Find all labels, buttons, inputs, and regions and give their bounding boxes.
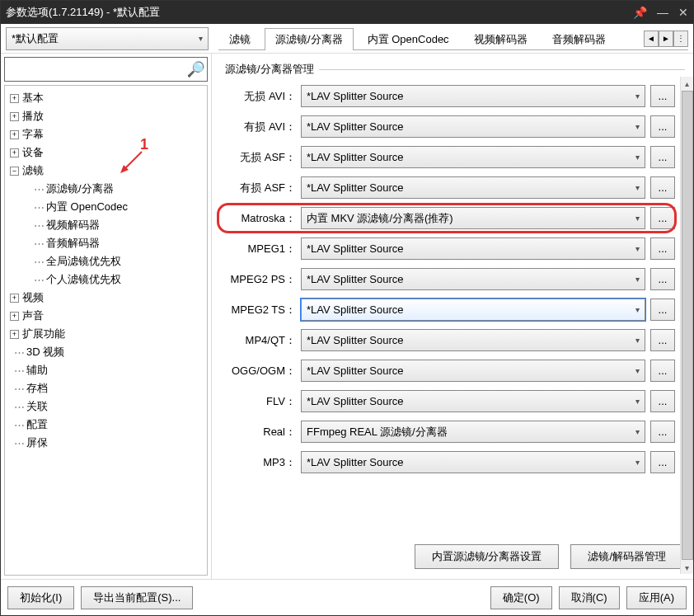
tree-item-19[interactable]: ⋯屏保 bbox=[7, 434, 205, 452]
tree-item-6[interactable]: ⋯内置 OpenCodec bbox=[26, 198, 205, 216]
window-root: 参数选项(1.7.21149) - *默认配置 📌 — ✕ *默认配置 ▾ 滤镜… bbox=[0, 0, 694, 616]
filter-more-button-12[interactable]: ... bbox=[650, 451, 675, 473]
filter-more-button-11[interactable]: ... bbox=[650, 421, 675, 443]
filter-select-3[interactable]: *LAV Splitter Source▾ bbox=[301, 176, 645, 199]
tree-item-11[interactable]: +视频 bbox=[7, 289, 205, 307]
tree-item-label: 视频 bbox=[22, 290, 44, 305]
tree-item-label: 全局滤镜优先权 bbox=[46, 254, 121, 269]
category-tree[interactable]: +基本+播放+字幕+设备−滤镜⋯源滤镜/分离器⋯内置 OpenCodec⋯视频解… bbox=[4, 85, 208, 576]
filter-row-8: MP4/QT：*LAV Splitter Source▾... bbox=[218, 329, 675, 351]
filter-select-6[interactable]: *LAV Splitter Source▾ bbox=[301, 268, 645, 290]
filter-row-label: 无损 ASF： bbox=[218, 150, 301, 165]
scroll-up-icon[interactable]: ▴ bbox=[682, 77, 693, 90]
filter-more-button-3[interactable]: ... bbox=[650, 176, 675, 199]
config-profile-select[interactable]: *默认配置 ▾ bbox=[6, 27, 209, 50]
filter-more-button-5[interactable]: ... bbox=[650, 237, 675, 260]
filter-more-button-0[interactable]: ... bbox=[650, 85, 675, 107]
filter-select-value: *LAV Splitter Source bbox=[307, 273, 404, 285]
expand-icon[interactable]: + bbox=[10, 94, 19, 103]
ok-button[interactable]: 确定(O) bbox=[490, 586, 552, 609]
panel-sub-button-0[interactable]: 内置源滤镜/分离器设置 bbox=[415, 544, 560, 569]
tree-item-15[interactable]: ⋯辅助 bbox=[7, 361, 205, 379]
init-button[interactable]: 初始化(I) bbox=[7, 586, 74, 609]
tab-1[interactable]: 源滤镜/分离器 bbox=[265, 28, 354, 50]
panel-sub-button-1[interactable]: 滤镜/解码器管理 bbox=[570, 544, 683, 569]
filter-select-1[interactable]: *LAV Splitter Source▾ bbox=[301, 115, 645, 138]
search-input[interactable] bbox=[7, 58, 187, 81]
filter-select-4[interactable]: 内置 MKV 源滤镜/分离器(推荐)▾ bbox=[301, 207, 645, 229]
filter-row-label: Matroska： bbox=[218, 211, 301, 226]
panel-sub-buttons: 内置源滤镜/分离器设置滤镜/解码器管理 bbox=[212, 536, 693, 579]
tree-item-label: 配置 bbox=[26, 417, 48, 432]
pin-icon[interactable]: 📌 bbox=[633, 6, 647, 19]
filter-more-button-8[interactable]: ... bbox=[650, 329, 675, 351]
filter-select-12[interactable]: *LAV Splitter Source▾ bbox=[301, 451, 645, 473]
tree-item-12[interactable]: +声音 bbox=[7, 307, 205, 325]
tree-item-label: 声音 bbox=[22, 308, 44, 323]
tree-item-16[interactable]: ⋯存档 bbox=[7, 379, 205, 397]
tree-item-13[interactable]: +扩展功能 bbox=[7, 325, 205, 343]
collapse-icon[interactable]: − bbox=[10, 167, 19, 176]
tab-scroll-right[interactable]: ► bbox=[659, 31, 673, 47]
tree-item-label: 源滤镜/分离器 bbox=[46, 181, 114, 196]
tree-item-5[interactable]: ⋯源滤镜/分离器 bbox=[26, 180, 205, 198]
minimize-icon[interactable]: — bbox=[657, 6, 668, 19]
window-title: 参数选项(1.7.21149) - *默认配置 bbox=[6, 5, 160, 20]
filter-more-button-4[interactable]: ... bbox=[650, 207, 675, 229]
tree-item-label: 个人滤镜优先权 bbox=[46, 272, 121, 287]
tab-3[interactable]: 视频解码器 bbox=[463, 28, 538, 50]
tree-item-8[interactable]: ⋯音频解码器 bbox=[26, 234, 205, 252]
tree-item-3[interactable]: +设备 bbox=[7, 143, 205, 162]
tab-scroll-left[interactable]: ◄ bbox=[644, 31, 659, 47]
expand-icon[interactable]: + bbox=[10, 294, 19, 303]
filter-select-10[interactable]: *LAV Splitter Source▾ bbox=[301, 390, 645, 412]
filter-select-9[interactable]: *LAV Splitter Source▾ bbox=[301, 360, 645, 382]
cancel-button[interactable]: 取消(C) bbox=[559, 586, 620, 609]
tab-4[interactable]: 音频解码器 bbox=[542, 28, 617, 50]
filter-select-8[interactable]: *LAV Splitter Source▾ bbox=[301, 329, 645, 351]
filter-more-button-1[interactable]: ... bbox=[650, 115, 675, 138]
chevron-down-icon: ▾ bbox=[635, 122, 640, 131]
tree-item-label: 基本 bbox=[22, 91, 44, 106]
tree-item-10[interactable]: ⋯个人滤镜优先权 bbox=[26, 270, 205, 289]
tree-item-1[interactable]: +播放 bbox=[7, 107, 205, 125]
tab-2[interactable]: 内置 OpenCodec bbox=[357, 28, 460, 50]
search-box[interactable]: 🔍 bbox=[4, 57, 208, 82]
filter-select-5[interactable]: *LAV Splitter Source▾ bbox=[301, 237, 645, 260]
expand-icon[interactable]: + bbox=[10, 148, 19, 158]
tree-item-7[interactable]: ⋯视频解码器 bbox=[26, 216, 205, 234]
scroll-down-icon[interactable]: ▾ bbox=[682, 561, 693, 574]
filter-select-2[interactable]: *LAV Splitter Source▾ bbox=[301, 146, 645, 168]
tab-0[interactable]: 滤镜 bbox=[218, 28, 261, 50]
tree-item-9[interactable]: ⋯全局滤镜优先权 bbox=[26, 252, 205, 270]
chevron-down-icon: ▾ bbox=[635, 458, 640, 467]
tree-item-14[interactable]: ⋯3D 视频 bbox=[7, 343, 205, 361]
filter-more-button-9[interactable]: ... bbox=[650, 360, 675, 382]
export-config-button[interactable]: 导出当前配置(S)... bbox=[81, 586, 193, 609]
expand-icon[interactable]: + bbox=[10, 330, 19, 339]
filter-row-2: 无损 ASF：*LAV Splitter Source▾... bbox=[218, 146, 675, 168]
apply-button[interactable]: 应用(A) bbox=[626, 586, 687, 609]
tree-item-4[interactable]: −滤镜 bbox=[7, 162, 205, 180]
filter-more-button-2[interactable]: ... bbox=[650, 146, 675, 168]
tree-item-label: 扩展功能 bbox=[22, 327, 65, 341]
filter-select-7[interactable]: *LAV Splitter Source▾ bbox=[301, 299, 645, 321]
close-icon[interactable]: ✕ bbox=[678, 6, 688, 19]
filter-more-button-6[interactable]: ... bbox=[650, 268, 675, 290]
expand-icon[interactable]: + bbox=[10, 112, 19, 121]
filter-select-value: *LAV Splitter Source bbox=[307, 181, 404, 194]
filter-more-button-7[interactable]: ... bbox=[650, 299, 675, 321]
filter-select-11[interactable]: FFmpeg REAL 源滤镜/分离器▾ bbox=[301, 421, 645, 443]
scroll-thumb[interactable] bbox=[682, 91, 693, 560]
tab-scroll-menu[interactable]: ⋮ bbox=[673, 31, 688, 47]
filter-more-button-10[interactable]: ... bbox=[650, 390, 675, 412]
expand-icon[interactable]: + bbox=[10, 130, 19, 139]
tree-item-label: 辅助 bbox=[26, 363, 48, 378]
vertical-scrollbar[interactable]: ▴ ▾ bbox=[680, 77, 693, 574]
expand-icon[interactable]: + bbox=[10, 312, 19, 321]
tree-item-17[interactable]: ⋯关联 bbox=[7, 397, 205, 416]
tree-item-2[interactable]: +字幕 bbox=[7, 125, 205, 143]
tree-item-18[interactable]: ⋯配置 bbox=[7, 416, 205, 434]
tree-item-0[interactable]: +基本 bbox=[7, 89, 205, 107]
filter-select-0[interactable]: *LAV Splitter Source▾ bbox=[301, 85, 645, 107]
